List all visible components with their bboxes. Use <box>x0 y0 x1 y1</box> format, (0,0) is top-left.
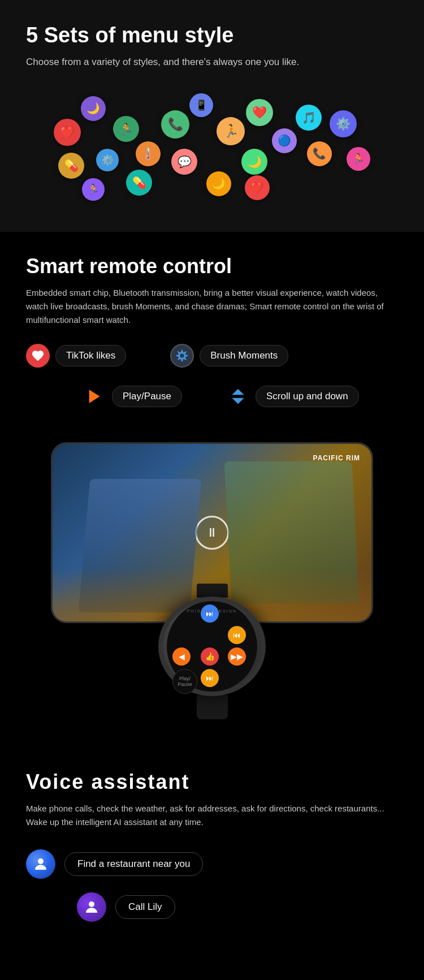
app-icon-10: ❤️ <box>246 99 273 126</box>
menu-section-title: 5 Sets of menu style <box>26 23 398 49</box>
voice-assistant-section: Voice assistant Make phone calls, check … <box>0 748 424 956</box>
app-icons-grid: ❤️🌙🏃💊⚙️🌡️📞📱💬🏃❤️🔵🌙🎵📞⚙️🏃💊🌙❤️🏃 <box>48 88 376 206</box>
heart-icon <box>26 344 50 368</box>
voice-commands-list: Find a restaurant near you Call Lily <box>26 849 398 922</box>
watch-body: POISCHE DESIGN ⏭ ⏮ Play/Pause ⏭ ◀ 👍 ▶▶ <box>158 597 266 696</box>
voice-command-call: Call Lily <box>26 892 398 922</box>
app-icon-1: 🌙 <box>81 96 106 121</box>
voice-avatar-2 <box>77 892 106 922</box>
voice-section-description: Make phone calls, check the weather, ask… <box>26 802 398 829</box>
voice-section-title: Voice assistant <box>26 770 398 794</box>
remote-section-title: Smart remote control <box>26 254 398 278</box>
scroll-tag: Scroll up and down <box>226 385 359 408</box>
remote-section-description: Embedded smart chip, Bluetooth transmiss… <box>26 286 398 327</box>
app-icon-8: 💬 <box>171 149 197 175</box>
svg-marker-1 <box>89 390 100 403</box>
app-icon-4: ⚙️ <box>96 149 119 171</box>
voice-command-restaurant: Find a restaurant near you <box>26 849 398 879</box>
watch-like-btn: 👍 <box>201 647 219 666</box>
app-icon-20: 🏃 <box>82 178 105 201</box>
menu-section-subtitle: Choose from a variety of styles, and the… <box>26 57 398 68</box>
pause-button: ⏸ <box>195 516 229 550</box>
voice-avatar-1 <box>26 849 55 879</box>
feature-tags-row2: Play/Pause Scroll up and down <box>26 385 398 408</box>
watch-mockup: POISCHE DESIGN ⏭ ⏮ Play/Pause ⏭ ◀ 👍 ▶▶ <box>155 584 269 719</box>
app-icon-17: 💊 <box>126 170 152 196</box>
menu-icons-container: ❤️🌙🏃💊⚙️🌡️📞📱💬🏃❤️🔵🌙🎵📞⚙️🏃💊🌙❤️🏃 <box>26 85 398 209</box>
watch-fwd-btn: ▶▶ <box>228 647 246 666</box>
svg-point-4 <box>38 858 44 864</box>
app-icon-13: 🎵 <box>296 105 322 131</box>
app-icon-18: 🌙 <box>206 171 231 196</box>
scroll-icon <box>226 385 250 408</box>
scroll-label: Scroll up and down <box>256 386 359 407</box>
brush-moments-tag: Brush Moments <box>170 344 288 368</box>
app-icon-2: 🏃 <box>113 116 139 142</box>
brush-moments-label: Brush Moments <box>200 345 288 366</box>
play-pause-label: Play/Pause <box>112 386 182 407</box>
app-icon-6: 📞 <box>161 110 189 139</box>
watch-back-btn: ◀ <box>172 647 191 666</box>
app-icon-16: 🏃 <box>347 147 370 171</box>
app-icon-5: 🌡️ <box>136 141 161 166</box>
app-icon-7: 📱 <box>189 93 213 117</box>
feature-tags-row: TikTok likes Brush Moments <box>26 344 398 368</box>
watch-skip-btn: ⏭ <box>201 605 219 623</box>
watch-center-label: Play/Pause <box>172 669 197 694</box>
app-icon-3: 💊 <box>58 153 84 179</box>
app-icon-11: 🔵 <box>272 128 297 153</box>
movie-title: PACIFIC RIM <box>313 454 360 462</box>
camera-icon <box>170 344 194 368</box>
app-icon-19: ❤️ <box>245 175 270 200</box>
watch-face: POISCHE DESIGN ⏭ ⏮ Play/Pause ⏭ ◀ 👍 ▶▶ <box>167 601 257 692</box>
restaurant-command-label: Find a restaurant near you <box>64 852 203 876</box>
play-icon <box>83 385 106 408</box>
remote-section: Smart remote control Embedded smart chip… <box>0 232 424 748</box>
svg-marker-3 <box>232 398 244 404</box>
play-pause-tag: Play/Pause <box>83 385 182 408</box>
tiktok-likes-tag: TikTok likes <box>26 344 126 368</box>
menu-style-section: 5 Sets of menu style Choose from a varie… <box>0 0 424 232</box>
watch-next-btn: ⏭ <box>201 669 219 687</box>
svg-marker-2 <box>232 388 244 395</box>
app-icon-12: 🌙 <box>241 149 267 175</box>
app-icon-15: ⚙️ <box>330 110 357 137</box>
watch-prev-btn: ⏮ <box>228 626 246 644</box>
device-showcase: PACIFIC RIM ⏸ POISCHE DESIGN ⏭ <box>26 425 398 719</box>
app-icon-0: ❤️ <box>54 119 81 146</box>
app-icon-14: 📞 <box>307 141 332 166</box>
watch-brand: POISCHE DESIGN <box>187 609 237 613</box>
app-icon-9: 🏃 <box>217 117 245 145</box>
svg-point-5 <box>89 901 94 907</box>
call-lily-label: Call Lily <box>115 895 175 919</box>
tiktok-likes-label: TikTok likes <box>55 345 126 366</box>
watch-band-top <box>197 584 228 598</box>
svg-point-0 <box>180 353 185 358</box>
